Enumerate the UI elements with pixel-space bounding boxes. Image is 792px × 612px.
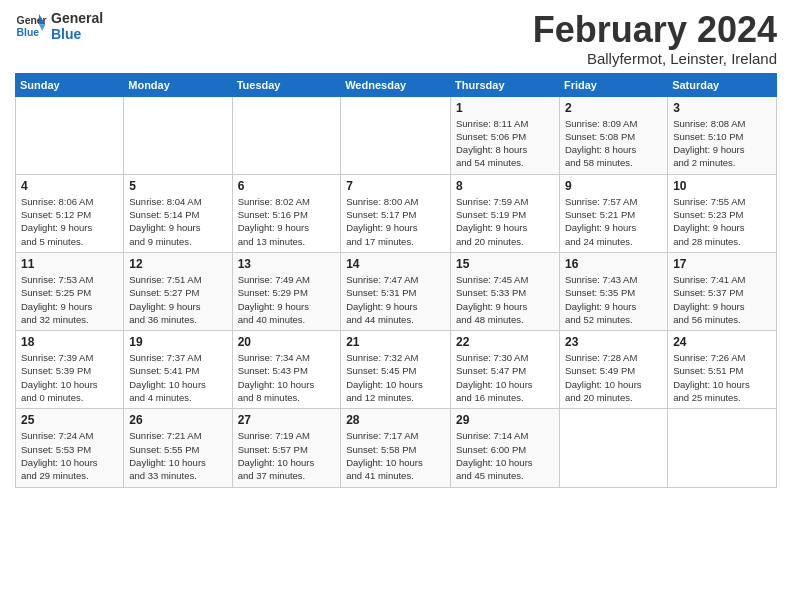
calendar-cell: 22Sunrise: 7:30 AM Sunset: 5:47 PM Dayli… — [451, 331, 560, 409]
day-info: Sunrise: 7:57 AM Sunset: 5:21 PM Dayligh… — [565, 195, 662, 248]
day-number: 13 — [238, 257, 336, 271]
day-number: 9 — [565, 179, 662, 193]
calendar-week-1: 1Sunrise: 8:11 AM Sunset: 5:06 PM Daylig… — [16, 96, 777, 174]
calendar-cell — [232, 96, 341, 174]
day-number: 27 — [238, 413, 336, 427]
day-number: 2 — [565, 101, 662, 115]
calendar-cell — [16, 96, 124, 174]
svg-marker-3 — [39, 24, 45, 30]
day-info: Sunrise: 8:09 AM Sunset: 5:08 PM Dayligh… — [565, 117, 662, 170]
day-info: Sunrise: 8:11 AM Sunset: 5:06 PM Dayligh… — [456, 117, 554, 170]
day-number: 24 — [673, 335, 771, 349]
logo: General Blue General Blue — [15, 10, 103, 42]
calendar-cell: 16Sunrise: 7:43 AM Sunset: 5:35 PM Dayli… — [559, 252, 667, 330]
svg-text:Blue: Blue — [17, 27, 40, 38]
calendar-cell: 23Sunrise: 7:28 AM Sunset: 5:49 PM Dayli… — [559, 331, 667, 409]
day-number: 14 — [346, 257, 445, 271]
calendar-cell: 17Sunrise: 7:41 AM Sunset: 5:37 PM Dayli… — [668, 252, 777, 330]
day-info: Sunrise: 7:26 AM Sunset: 5:51 PM Dayligh… — [673, 351, 771, 404]
day-number: 12 — [129, 257, 226, 271]
calendar-cell — [559, 409, 667, 487]
calendar-table: SundayMondayTuesdayWednesdayThursdayFrid… — [15, 73, 777, 488]
title-block: February 2024 Ballyfermot, Leinster, Ire… — [533, 10, 777, 67]
calendar-cell — [341, 96, 451, 174]
logo-icon: General Blue — [15, 10, 47, 42]
header-sunday: Sunday — [16, 73, 124, 96]
day-number: 6 — [238, 179, 336, 193]
day-info: Sunrise: 7:17 AM Sunset: 5:58 PM Dayligh… — [346, 429, 445, 482]
day-number: 18 — [21, 335, 118, 349]
calendar-cell: 11Sunrise: 7:53 AM Sunset: 5:25 PM Dayli… — [16, 252, 124, 330]
day-number: 29 — [456, 413, 554, 427]
calendar-cell: 25Sunrise: 7:24 AM Sunset: 5:53 PM Dayli… — [16, 409, 124, 487]
calendar-cell: 18Sunrise: 7:39 AM Sunset: 5:39 PM Dayli… — [16, 331, 124, 409]
calendar-week-2: 4Sunrise: 8:06 AM Sunset: 5:12 PM Daylig… — [16, 174, 777, 252]
calendar-cell: 1Sunrise: 8:11 AM Sunset: 5:06 PM Daylig… — [451, 96, 560, 174]
calendar-cell: 21Sunrise: 7:32 AM Sunset: 5:45 PM Dayli… — [341, 331, 451, 409]
day-info: Sunrise: 7:55 AM Sunset: 5:23 PM Dayligh… — [673, 195, 771, 248]
calendar-cell: 7Sunrise: 8:00 AM Sunset: 5:17 PM Daylig… — [341, 174, 451, 252]
day-info: Sunrise: 7:14 AM Sunset: 6:00 PM Dayligh… — [456, 429, 554, 482]
calendar-cell: 12Sunrise: 7:51 AM Sunset: 5:27 PM Dayli… — [124, 252, 232, 330]
calendar-header-row: SundayMondayTuesdayWednesdayThursdayFrid… — [16, 73, 777, 96]
day-number: 23 — [565, 335, 662, 349]
calendar-cell — [668, 409, 777, 487]
location-subtitle: Ballyfermot, Leinster, Ireland — [533, 50, 777, 67]
day-number: 3 — [673, 101, 771, 115]
day-number: 22 — [456, 335, 554, 349]
header-wednesday: Wednesday — [341, 73, 451, 96]
day-number: 10 — [673, 179, 771, 193]
calendar-cell: 20Sunrise: 7:34 AM Sunset: 5:43 PM Dayli… — [232, 331, 341, 409]
day-info: Sunrise: 7:41 AM Sunset: 5:37 PM Dayligh… — [673, 273, 771, 326]
day-number: 5 — [129, 179, 226, 193]
day-number: 20 — [238, 335, 336, 349]
calendar-week-4: 18Sunrise: 7:39 AM Sunset: 5:39 PM Dayli… — [16, 331, 777, 409]
day-number: 17 — [673, 257, 771, 271]
header-monday: Monday — [124, 73, 232, 96]
day-number: 16 — [565, 257, 662, 271]
calendar-cell: 8Sunrise: 7:59 AM Sunset: 5:19 PM Daylig… — [451, 174, 560, 252]
day-info: Sunrise: 8:06 AM Sunset: 5:12 PM Dayligh… — [21, 195, 118, 248]
day-info: Sunrise: 7:19 AM Sunset: 5:57 PM Dayligh… — [238, 429, 336, 482]
calendar-cell: 24Sunrise: 7:26 AM Sunset: 5:51 PM Dayli… — [668, 331, 777, 409]
day-info: Sunrise: 7:32 AM Sunset: 5:45 PM Dayligh… — [346, 351, 445, 404]
page-header: General Blue General Blue February 2024 … — [15, 10, 777, 67]
calendar-cell: 29Sunrise: 7:14 AM Sunset: 6:00 PM Dayli… — [451, 409, 560, 487]
day-info: Sunrise: 7:24 AM Sunset: 5:53 PM Dayligh… — [21, 429, 118, 482]
day-number: 1 — [456, 101, 554, 115]
calendar-cell: 19Sunrise: 7:37 AM Sunset: 5:41 PM Dayli… — [124, 331, 232, 409]
logo-line1: General — [51, 10, 103, 26]
day-info: Sunrise: 7:49 AM Sunset: 5:29 PM Dayligh… — [238, 273, 336, 326]
day-info: Sunrise: 7:51 AM Sunset: 5:27 PM Dayligh… — [129, 273, 226, 326]
calendar-cell: 2Sunrise: 8:09 AM Sunset: 5:08 PM Daylig… — [559, 96, 667, 174]
day-info: Sunrise: 7:53 AM Sunset: 5:25 PM Dayligh… — [21, 273, 118, 326]
day-info: Sunrise: 7:47 AM Sunset: 5:31 PM Dayligh… — [346, 273, 445, 326]
calendar-cell: 9Sunrise: 7:57 AM Sunset: 5:21 PM Daylig… — [559, 174, 667, 252]
day-number: 7 — [346, 179, 445, 193]
day-number: 21 — [346, 335, 445, 349]
calendar-cell: 14Sunrise: 7:47 AM Sunset: 5:31 PM Dayli… — [341, 252, 451, 330]
calendar-cell: 15Sunrise: 7:45 AM Sunset: 5:33 PM Dayli… — [451, 252, 560, 330]
calendar-cell: 28Sunrise: 7:17 AM Sunset: 5:58 PM Dayli… — [341, 409, 451, 487]
day-number: 19 — [129, 335, 226, 349]
calendar-cell: 27Sunrise: 7:19 AM Sunset: 5:57 PM Dayli… — [232, 409, 341, 487]
day-number: 15 — [456, 257, 554, 271]
day-info: Sunrise: 8:08 AM Sunset: 5:10 PM Dayligh… — [673, 117, 771, 170]
calendar-week-3: 11Sunrise: 7:53 AM Sunset: 5:25 PM Dayli… — [16, 252, 777, 330]
day-info: Sunrise: 7:59 AM Sunset: 5:19 PM Dayligh… — [456, 195, 554, 248]
header-thursday: Thursday — [451, 73, 560, 96]
calendar-cell: 10Sunrise: 7:55 AM Sunset: 5:23 PM Dayli… — [668, 174, 777, 252]
day-number: 11 — [21, 257, 118, 271]
header-friday: Friday — [559, 73, 667, 96]
calendar-cell: 6Sunrise: 8:02 AM Sunset: 5:16 PM Daylig… — [232, 174, 341, 252]
month-title: February 2024 — [533, 10, 777, 50]
day-number: 25 — [21, 413, 118, 427]
calendar-cell: 5Sunrise: 8:04 AM Sunset: 5:14 PM Daylig… — [124, 174, 232, 252]
day-info: Sunrise: 7:39 AM Sunset: 5:39 PM Dayligh… — [21, 351, 118, 404]
calendar-week-5: 25Sunrise: 7:24 AM Sunset: 5:53 PM Dayli… — [16, 409, 777, 487]
day-info: Sunrise: 7:37 AM Sunset: 5:41 PM Dayligh… — [129, 351, 226, 404]
day-info: Sunrise: 7:30 AM Sunset: 5:47 PM Dayligh… — [456, 351, 554, 404]
calendar-cell: 3Sunrise: 8:08 AM Sunset: 5:10 PM Daylig… — [668, 96, 777, 174]
header-tuesday: Tuesday — [232, 73, 341, 96]
calendar-cell: 4Sunrise: 8:06 AM Sunset: 5:12 PM Daylig… — [16, 174, 124, 252]
